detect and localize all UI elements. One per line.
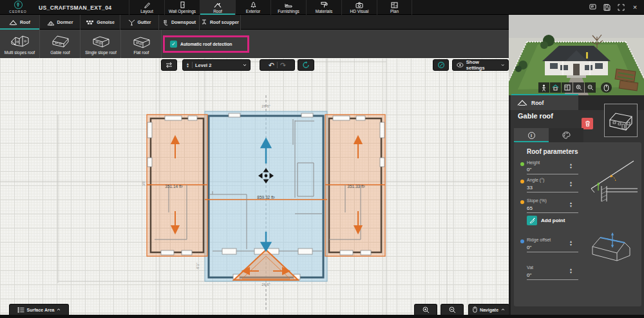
angle-input[interactable]: 33 [527,185,533,191]
fullscreen-icon[interactable] [617,3,625,11]
menu-item-hd-visual[interactable]: HD Visual [341,0,377,15]
tool-gable-roof[interactable]: Gable roof [41,30,80,58]
menu-label: Layout [140,9,153,14]
swap-icon [165,62,173,68]
info-icon: i [528,132,535,139]
close-icon[interactable]: × [631,3,639,11]
menu-label: Roof [213,9,222,14]
menu-item-materials[interactable]: Materials [306,0,341,15]
ribbon-tab-genoise[interactable]: Genoise [80,15,120,30]
menu-item-wall-openings[interactable]: Wall Openings [164,0,200,15]
tool-multi-slopes-roof[interactable]: Multi slopes roof [0,30,40,58]
menu-label: Wall Openings [169,9,196,14]
height-stepper[interactable]: ▲▼ [569,163,573,169]
right-panel: Roof Gable roof i Roof parameters Height… [509,15,644,318]
menu-item-furnishings[interactable]: Furnishings [270,0,306,15]
menu-label: Materials [316,9,332,14]
slope-input[interactable]: 65 [527,205,533,211]
3d-preview[interactable] [509,15,644,95]
menu-label: Furnishings [278,9,299,14]
tab-materials[interactable] [549,128,583,142]
walk-mode-icon[interactable] [538,82,549,93]
surface-area-button[interactable]: Surface Area [9,304,69,315]
auto-roof-detection-checkbox[interactable]: ✓ [170,41,177,48]
height-input[interactable]: 0" [527,167,531,173]
camera-icon [355,2,363,8]
menu-label: Plan [390,9,399,14]
panel-scroll-gutter[interactable] [509,95,511,318]
menu-item-exterior[interactable]: Exterior [235,0,270,15]
tool-label: Multi slopes roof [5,50,35,55]
height-label: Height [527,160,540,165]
navigate-label: Navigate [480,308,498,312]
level-value: Level 2 [195,62,211,68]
dim-label-left: 35' [142,174,146,193]
ribbon-tab-gutter[interactable]: Gutter [120,15,159,30]
flat-roof-icon [131,33,152,49]
preview-zoom-out-icon[interactable] [585,82,596,93]
ribbon-tab-label: Roof [20,20,30,24]
slope-stepper[interactable]: ▲▼ [569,201,573,208]
level-selector[interactable]: ▲▼ Level 2 [182,59,251,71]
tool-label: Single slope roof [85,50,116,55]
palette-icon [562,131,571,139]
preview-zoom-in-icon[interactable] [573,82,584,93]
ribbon-tab-label: Genoise [97,20,115,24]
app-logo[interactable]: CEDREO [3,1,33,15]
list-icon [17,307,24,313]
project-title: US_CRAFTSMAN_EXT_04 [39,5,111,11]
angle-underline [527,192,578,192]
selection-title: Gable roof [518,112,553,120]
vat-stepper[interactable]: ▲▼ [569,268,573,274]
swap-level-button[interactable] [161,59,177,71]
menu-item-layout[interactable]: Layout [129,0,164,15]
ribbon-tab-roof-scupper[interactable]: Roof scupper [200,15,241,30]
ribbon-tab-label: Dormer [57,20,73,24]
show-settings-dropdown[interactable]: Show settings [452,59,509,71]
zoom-out-button[interactable] [440,304,464,315]
menu-item-plan[interactable]: Plan [377,0,412,15]
ribbon-tab-dormer[interactable]: Dormer [40,15,80,30]
roof-auto-update-button[interactable] [298,59,314,71]
add-point-button[interactable]: Add point [527,216,565,225]
navigate-button[interactable]: Navigate [468,304,509,315]
tool-single-slope-roof[interactable]: Single slope roof [81,30,121,58]
orbit-view-icon[interactable] [601,82,612,93]
tool-label: Flat roof [134,50,149,55]
multi-slopes-roof-icon [10,33,30,49]
undo-redo-group: ↶ ↷ [260,59,295,71]
chevron-up-icon [501,308,505,312]
ridge-offset-input[interactable]: 0" [527,245,531,250]
tool-flat-roof[interactable]: Flat roof [122,30,162,58]
ridge-offset-stepper[interactable]: ▲▼ [569,240,573,247]
undo-button[interactable]: ↶ [269,61,274,70]
floor-plan-drawing[interactable] [0,58,509,315]
gable-roof-thumbnail[interactable] [604,104,638,137]
tab-info[interactable]: i [514,128,549,142]
window-controls: × [589,3,639,11]
add-point-icon [527,216,537,225]
redo-button[interactable]: ↷ [280,61,286,70]
menu-item-roof[interactable]: Roof [200,0,235,15]
panel-tab-roof[interactable]: Roof [511,95,578,110]
home-view-icon[interactable] [550,82,561,93]
floor-plan-canvas[interactable]: 351.14 ft² 351.33 ft² 859.32 ft² 26'6" 2… [0,58,509,315]
plan-view-icon[interactable] [562,82,573,93]
feedback-icon[interactable] [589,3,596,11]
ribbon-tab-roof[interactable]: Roof [0,15,40,30]
save-icon[interactable] [603,3,611,11]
angle-stepper[interactable]: ▲▼ [569,181,573,187]
ribbon-tab-downspout[interactable]: Downspout [159,15,200,30]
roof-parameters-card: Roof parameters Height 0" ▲▼ Angle (°) 3… [514,142,641,306]
level-stepper[interactable]: ▲▼ [186,62,189,68]
ridge-offset-label: Ridge offset [527,238,551,242]
pencil-icon [144,1,151,8]
angle-status-dot [520,180,524,183]
vat-label: Vat [527,265,533,270]
measure-tool-button[interactable] [433,59,449,71]
ribbon-tab-label: Roof scupper [210,20,239,24]
dim-label-bottom: 26'6" [251,283,281,286]
area-label-right-wing: 351.33 ft² [337,184,375,189]
vat-input[interactable]: 0" [527,272,531,278]
zoom-in-button[interactable] [414,304,437,315]
